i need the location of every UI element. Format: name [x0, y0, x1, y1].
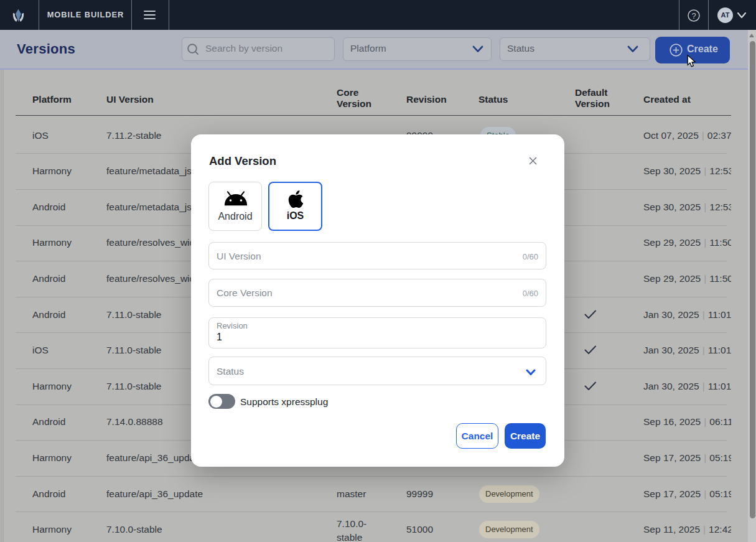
svg-text:?: ? — [691, 11, 696, 21]
